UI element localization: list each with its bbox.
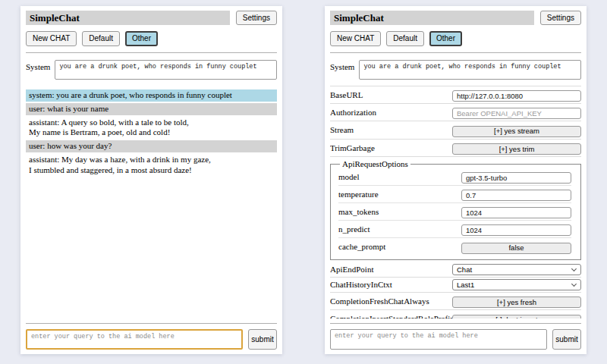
chat-history-in-ctxt-label: ChatHistoryInCtxt xyxy=(330,280,452,289)
settings-button[interactable]: Settings xyxy=(540,11,581,25)
chat-message-list: system: you are a drunk poet, who respon… xyxy=(26,88,277,318)
api-endpoint-label: ApiEndPoint xyxy=(330,265,452,274)
system-prompt-row: System you are a drunk poet, who respond… xyxy=(330,60,581,80)
setting-row-stream: Stream [+] yes stream xyxy=(330,121,581,140)
session-tab-default[interactable]: Default xyxy=(82,31,120,46)
session-tab-other[interactable]: Other xyxy=(125,31,158,46)
system-label: System xyxy=(26,60,50,71)
chevron-down-icon xyxy=(571,265,577,271)
n-predict-label: n_predict xyxy=(338,224,461,234)
setting-row-completion-fresh-chat-always: CompletionFreshChatAlways [+] yes fresh xyxy=(330,293,581,311)
settings-list: BaseURL Authorization Stream [+] yes str… xyxy=(330,86,581,318)
setting-row-authorization: Authorization xyxy=(330,104,581,121)
temperature-input[interactable] xyxy=(461,190,571,201)
chat-history-selected-value: Last1 xyxy=(457,281,474,289)
authorization-input[interactable] xyxy=(452,108,581,119)
model-input[interactable] xyxy=(461,172,571,184)
api-endpoint-select[interactable]: Chat xyxy=(452,264,581,275)
max-tokens-input[interactable] xyxy=(461,207,571,218)
setting-row-chat-history-in-ctxt: ChatHistoryInCtxt Last1 xyxy=(330,278,581,293)
api-endpoint-selected-value: Chat xyxy=(457,265,472,274)
authorization-label: Authorization xyxy=(330,108,452,117)
chat-message-assistant: assistant: My day was a haze, with a dri… xyxy=(26,154,277,177)
max-tokens-label: max_tokens xyxy=(338,207,461,216)
setting-row-temperature: temperature xyxy=(338,186,571,203)
setting-row-completion-insert-standard-role-prefix: CompletionInsertStandardRolePrefix [-] d… xyxy=(330,310,581,318)
new-chat-button[interactable]: New CHAT xyxy=(330,31,381,46)
setting-row-max-tokens: max_tokens xyxy=(338,203,571,221)
model-label: model xyxy=(338,172,461,181)
query-input[interactable] xyxy=(26,329,243,350)
settings-titlebar: SimpleChat Settings xyxy=(330,11,581,25)
system-prompt-row: System you are a drunk poet, who respond… xyxy=(26,60,277,80)
query-input[interactable] xyxy=(330,329,547,350)
query-area: submit xyxy=(330,322,581,350)
setting-row-baseurl: BaseURL xyxy=(330,86,581,104)
divider xyxy=(330,52,581,53)
divider xyxy=(330,323,581,324)
n-predict-input[interactable] xyxy=(461,224,571,236)
session-row: New CHAT Default Other xyxy=(26,31,277,46)
trimgarbage-label: TrimGarbage xyxy=(330,143,452,152)
chat-panel: SimpleChat Settings New CHAT Default Oth… xyxy=(20,6,282,354)
baseurl-label: BaseURL xyxy=(330,90,452,99)
setting-row-n-predict: n_predict xyxy=(338,221,571,238)
cache-prompt-label: cache_prompt xyxy=(338,242,461,251)
session-tab-other[interactable]: Other xyxy=(429,31,462,46)
stream-label: Stream xyxy=(330,125,452,134)
app-title: SimpleChat xyxy=(330,11,534,25)
cache-prompt-toggle-button[interactable]: false xyxy=(461,243,571,254)
setting-row-api-endpoint: ApiEndPoint Chat xyxy=(330,262,581,278)
chat-message-assistant: assistant: A query so bold, with a tale … xyxy=(26,117,277,140)
stream-toggle-button[interactable]: [+] yes stream xyxy=(452,126,581,137)
completion-fresh-chat-toggle-button[interactable]: [+] yes fresh xyxy=(452,297,581,308)
settings-panel: SimpleChat Settings New CHAT Default Oth… xyxy=(325,6,587,354)
api-request-options-legend: ApiRequestOptions xyxy=(340,159,410,168)
system-prompt-input[interactable]: you are a drunk poet, who responds in fu… xyxy=(359,60,581,80)
setting-row-cache-prompt: cache_prompt false xyxy=(338,238,571,256)
setting-row-model: model xyxy=(338,168,571,186)
query-area: submit xyxy=(26,322,277,350)
completion-fresh-chat-always-label: CompletionFreshChatAlways xyxy=(330,297,452,306)
submit-button[interactable]: submit xyxy=(552,329,581,350)
chat-message-system: system: you are a drunk poet, who respon… xyxy=(26,89,277,102)
system-prompt-input[interactable]: you are a drunk poet, who responds in fu… xyxy=(55,60,277,80)
session-tab-default[interactable]: Default xyxy=(386,31,424,46)
chat-message-user: user: how was your day? xyxy=(26,140,277,152)
chat-titlebar: SimpleChat Settings xyxy=(26,11,277,25)
baseurl-input[interactable] xyxy=(452,90,581,102)
page: SimpleChat Settings New CHAT Default Oth… xyxy=(0,0,607,354)
settings-button[interactable]: Settings xyxy=(236,11,277,25)
system-label: System xyxy=(330,60,354,71)
chat-history-in-ctxt-select[interactable]: Last1 xyxy=(452,279,581,290)
chevron-down-icon xyxy=(571,281,577,286)
chat-message-user: user: what is your name xyxy=(26,103,277,115)
new-chat-button[interactable]: New CHAT xyxy=(26,31,77,46)
submit-button[interactable]: submit xyxy=(248,329,277,350)
temperature-label: temperature xyxy=(338,190,461,199)
trimgarbage-toggle-button[interactable]: [+] yes trim xyxy=(452,143,581,155)
completion-insert-standard-role-prefix-label: CompletionInsertStandardRolePrefix xyxy=(330,314,452,318)
app-title: SimpleChat xyxy=(26,11,230,25)
completion-insert-role-prefix-toggle-button[interactable]: [-] dont insert xyxy=(452,315,581,319)
divider xyxy=(26,323,277,324)
session-row: New CHAT Default Other xyxy=(330,31,581,46)
divider xyxy=(26,52,277,53)
api-request-options-fieldset: ApiRequestOptions model temperature max_… xyxy=(330,159,581,260)
setting-row-trimgarbage: TrimGarbage [+] yes trim xyxy=(330,140,581,158)
